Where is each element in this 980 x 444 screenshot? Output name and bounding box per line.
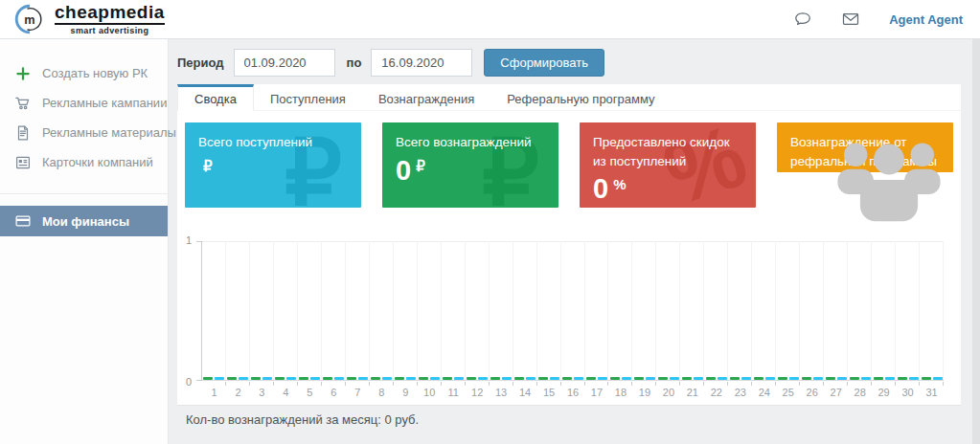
chart-zero-bars bbox=[610, 377, 631, 380]
sidebar-item-2[interactable]: Рекламные материалы bbox=[0, 118, 168, 147]
tab-0[interactable]: Сводка bbox=[177, 84, 254, 111]
stat-card-value: ₽ bbox=[198, 157, 348, 185]
stat-card-0: Всего поступлений ₽ ₽ bbox=[185, 122, 361, 208]
x-axis-day-label: 7 bbox=[346, 387, 370, 398]
sidebar: Создать новую РК Рекламные кампании Рекл… bbox=[0, 39, 169, 444]
stat-card-title: Всего вознаграждений bbox=[396, 133, 545, 152]
x-axis-day-label: 1 bbox=[202, 387, 226, 398]
chart-zero-bars bbox=[538, 377, 559, 380]
x-axis-day-label: 10 bbox=[418, 387, 442, 398]
chart-day-column: 18 bbox=[608, 241, 632, 381]
x-axis-day-label: 15 bbox=[537, 387, 561, 398]
chart-zero-bars bbox=[682, 377, 703, 380]
sidebar-item-4[interactable]: Мои финансы bbox=[0, 206, 168, 236]
x-axis-day-label: 24 bbox=[752, 387, 776, 398]
y-axis-tick-min: 0 bbox=[186, 376, 192, 388]
date-from-input[interactable] bbox=[234, 49, 335, 77]
period-controls: Период по Сформировать bbox=[177, 49, 604, 77]
stat-card-title: Предоставлено скидок из поступлений bbox=[593, 133, 742, 170]
user-menu[interactable]: Agent Agent bbox=[889, 12, 963, 27]
chart-zero-bars bbox=[443, 377, 464, 380]
tab-1[interactable]: Поступления bbox=[254, 84, 362, 110]
x-axis-day-label: 22 bbox=[704, 387, 728, 398]
period-label: Период bbox=[177, 56, 224, 70]
x-axis-day-label: 31 bbox=[920, 387, 944, 398]
svg-text:m: m bbox=[24, 12, 34, 27]
monthly-rewards-summary: Кол-во вознаграждений за месяц: 0 руб. bbox=[186, 412, 419, 427]
x-axis-day-label: 5 bbox=[298, 387, 322, 398]
chart-zero-bars bbox=[562, 377, 583, 380]
chart-zero-bars bbox=[347, 377, 368, 380]
chart-zero-bars bbox=[586, 377, 607, 380]
chart-zero-bars bbox=[467, 377, 488, 380]
stat-card-value: 0₽ bbox=[396, 157, 545, 185]
chart-zero-bars bbox=[634, 377, 655, 380]
x-axis-day-label: 25 bbox=[776, 387, 800, 398]
x-axis-day-label: 23 bbox=[728, 387, 752, 398]
sidebar-item-label: Рекламные материалы bbox=[42, 125, 176, 140]
chat-icon[interactable] bbox=[793, 10, 812, 29]
y-axis-tick-max: 1 bbox=[186, 234, 192, 246]
chart-day-column: 1 bbox=[202, 241, 226, 381]
chart-zero-bars bbox=[251, 377, 272, 380]
x-axis-day-label: 16 bbox=[561, 387, 585, 398]
finance-credit-card-icon bbox=[14, 212, 32, 230]
chart-day-column: 2 bbox=[226, 241, 250, 381]
generate-report-button[interactable]: Сформировать bbox=[484, 49, 604, 77]
chart-zero-bars bbox=[371, 377, 392, 380]
chart-day-column: 29 bbox=[872, 241, 896, 381]
company-card-icon bbox=[14, 154, 32, 171]
stat-card-3: Вознаграждение от рефральной программы bbox=[777, 122, 953, 172]
chart-day-column: 14 bbox=[513, 241, 537, 381]
tab-2[interactable]: Вознаграждения bbox=[362, 84, 490, 110]
chart-day-column: 17 bbox=[585, 241, 609, 381]
date-to-input[interactable] bbox=[371, 49, 472, 77]
logo: m cheapmedia smart advertising bbox=[13, 3, 165, 35]
chart-day-column: 31 bbox=[920, 241, 944, 381]
plus-icon bbox=[14, 65, 32, 82]
chart-day-column: 5 bbox=[298, 241, 322, 381]
envelope-icon[interactable] bbox=[841, 10, 860, 29]
sidebar-item-0[interactable]: Создать новую РК bbox=[0, 58, 168, 88]
summary-panel: СводкаПоступленияВознагражденияРеферальн… bbox=[177, 84, 961, 406]
x-axis-day-label: 9 bbox=[394, 387, 418, 398]
stat-card-2: Предоставлено скидок из поступлений 0% % bbox=[580, 122, 756, 208]
sidebar-item-3[interactable]: Карточки компаний bbox=[0, 147, 168, 177]
chart-zero-bars bbox=[898, 377, 919, 380]
chart-zero-bars bbox=[922, 377, 943, 380]
x-axis-day-label: 18 bbox=[608, 387, 632, 398]
chart-zero-bars bbox=[778, 377, 799, 380]
chart-zero-bars bbox=[874, 377, 895, 380]
x-axis-day-label: 4 bbox=[274, 387, 298, 398]
chart-zero-bars bbox=[754, 377, 775, 380]
chart-zero-bars bbox=[826, 377, 847, 380]
tab-3[interactable]: Реферальную программу bbox=[490, 84, 671, 110]
chart-zero-bars bbox=[850, 377, 871, 380]
chart-day-column: 8 bbox=[370, 241, 394, 381]
page-scrollbar[interactable] bbox=[972, 39, 980, 444]
chart-day-column: 4 bbox=[274, 241, 298, 381]
chart-day-column: 21 bbox=[680, 241, 704, 381]
x-axis-day-label: 27 bbox=[824, 387, 848, 398]
x-axis-day-label: 17 bbox=[585, 387, 609, 398]
x-axis-day-label: 26 bbox=[800, 387, 824, 398]
chart-day-column: 23 bbox=[728, 241, 752, 381]
x-axis-day-label: 13 bbox=[490, 387, 513, 398]
sidebar-item-label: Мои финансы bbox=[42, 214, 129, 229]
top-header: m cheapmedia smart advertising Agent Age… bbox=[0, 0, 980, 39]
x-axis-day-label: 14 bbox=[513, 387, 537, 398]
chart-zero-bars bbox=[706, 377, 727, 380]
chart-zero-bars bbox=[299, 377, 320, 380]
stat-card-title: Всего поступлений bbox=[198, 133, 348, 152]
chart-day-column: 7 bbox=[346, 241, 370, 381]
materials-document-icon bbox=[14, 124, 32, 142]
chart-zero-bars bbox=[323, 377, 344, 380]
x-axis-day-label: 19 bbox=[632, 387, 656, 398]
sidebar-divider bbox=[0, 193, 168, 194]
period-to-label: по bbox=[347, 56, 362, 70]
chart-day-column: 19 bbox=[632, 241, 656, 381]
sidebar-item-1[interactable]: Рекламные кампании bbox=[0, 88, 168, 118]
chart-zero-bars bbox=[203, 377, 224, 380]
chart-zero-bars bbox=[395, 377, 416, 380]
chart-slots: 1 2 3 4 5 6 7 8 9 10 11 bbox=[202, 241, 944, 381]
